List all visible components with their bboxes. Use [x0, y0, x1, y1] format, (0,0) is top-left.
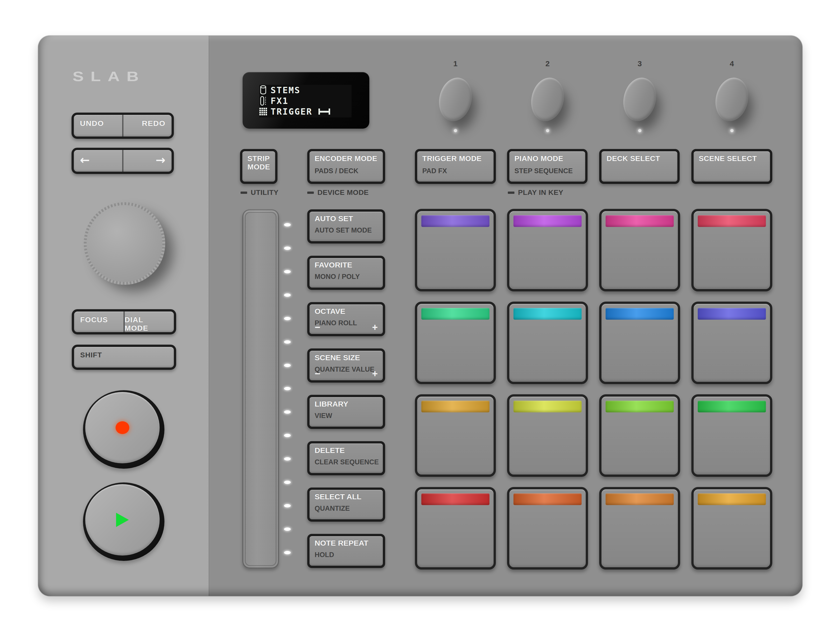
dial-mode-label: DIAL MODE	[125, 315, 168, 333]
strip-led	[284, 340, 291, 344]
strip-mode-label: STRIP MODE	[248, 154, 272, 171]
pad-r1c3[interactable]	[599, 209, 680, 291]
pad-color-strip	[421, 493, 489, 505]
strip-mode-button[interactable]: STRIP MODE	[240, 149, 278, 184]
pad-r4c4[interactable]	[692, 487, 772, 570]
pad-r3c4[interactable]	[692, 394, 772, 477]
pad-r2c3[interactable]	[599, 302, 680, 384]
touch-strip[interactable]	[242, 209, 279, 568]
deck-select-button[interactable]: DECK SELECT	[599, 149, 680, 184]
scene-select-label: SCENE SELECT	[699, 154, 757, 163]
display-screen: STEMS FX1 TRIGGER	[243, 72, 369, 128]
display-line1-text: STEMS	[271, 85, 300, 95]
pad-grid-icon	[259, 108, 268, 116]
pad-color-strip	[698, 401, 766, 412]
encoder-group-2: 2	[522, 59, 573, 132]
strip-led	[284, 527, 291, 531]
play-button-face	[85, 484, 159, 556]
library-button[interactable]: LIBRARY VIEW	[307, 395, 385, 429]
browse-dial[interactable]	[84, 202, 165, 285]
scene-select-button[interactable]: SCENE SELECT	[692, 149, 772, 184]
minus-label: −	[314, 368, 320, 379]
piano-mode-button[interactable]: PIANO MODE STEP SEQUENCE	[507, 149, 587, 184]
play-in-key-label: PLAY IN KEY	[508, 188, 563, 197]
delete-button[interactable]: DELETE CLEAR SEQUENCE	[307, 441, 385, 475]
pad-r2c4[interactable]	[692, 302, 772, 384]
redo-button[interactable]: REDO	[123, 115, 172, 136]
knob-number-2: 2	[522, 59, 573, 68]
undo-button[interactable]: UNDO	[74, 115, 122, 136]
pad-color-strip	[606, 215, 674, 227]
knob-led-3	[638, 129, 641, 132]
select-all-button[interactable]: SELECT ALL QUANTIZE	[307, 488, 385, 522]
strip-led	[284, 551, 291, 554]
pad-r1c2[interactable]	[507, 209, 588, 291]
arrow-left-icon: ←	[80, 153, 90, 166]
minus-label: −	[314, 322, 320, 333]
navigate-buttons: ← →	[71, 148, 174, 174]
knob-led-2	[546, 129, 549, 132]
trigger-mode-label: TRIGGER MODE	[422, 154, 482, 163]
fader-icon	[259, 96, 268, 106]
dial-face	[87, 205, 163, 282]
pad-r3c3[interactable]	[599, 394, 680, 477]
shift-label: SHIFT	[80, 351, 102, 359]
pad-color-strip	[513, 215, 582, 227]
pad-color-strip	[606, 308, 674, 320]
dash-icon	[508, 192, 515, 194]
knob-number-3: 3	[614, 59, 665, 68]
play-button[interactable]	[83, 483, 164, 561]
encoder-knob-1[interactable]	[435, 74, 475, 124]
display-line-stems: STEMS	[259, 85, 352, 95]
pad-r4c1[interactable]	[415, 487, 496, 570]
note-repeat-button[interactable]: NOTE REPEAT HOLD	[307, 534, 385, 568]
dial-mode-button[interactable]: DIAL MODE	[125, 312, 174, 332]
pad-r2c2[interactable]	[507, 302, 588, 384]
encoder-group-1: 1	[430, 59, 481, 132]
pad-r2c1[interactable]	[415, 302, 496, 384]
strip-led	[284, 364, 291, 367]
encoder-mode-label: ENCODER MODE	[314, 154, 377, 163]
undo-redo-buttons: UNDO REDO	[71, 112, 174, 139]
trigger-mode-button[interactable]: TRIGGER MODE PAD FX	[415, 149, 496, 184]
focus-label: FOCUS	[80, 315, 108, 324]
arrow-right-icon: →	[156, 153, 166, 166]
strip-led-column	[284, 223, 291, 554]
pad-color-strip	[513, 401, 582, 412]
pad-r3c2[interactable]	[507, 394, 588, 477]
pad-r4c3[interactable]	[599, 487, 680, 570]
strip-led	[284, 481, 291, 484]
strip-led	[284, 293, 291, 297]
pad-r3c1[interactable]	[415, 394, 496, 477]
record-button[interactable]	[83, 390, 164, 469]
display-screen-area: STEMS FX1 TRIGGER	[259, 85, 352, 117]
knob-number-1: 1	[430, 59, 481, 68]
pad-r1c4[interactable]	[692, 209, 772, 291]
dash-icon	[307, 192, 314, 194]
pad-r4c2[interactable]	[507, 487, 588, 570]
octave-button[interactable]: OCTAVE PIANO ROLL − +	[307, 302, 385, 336]
record-icon	[115, 421, 129, 434]
shift-button[interactable]: SHIFT	[72, 345, 176, 370]
encoder-knob-3[interactable]	[619, 74, 660, 124]
strip-led	[284, 247, 291, 250]
play-icon	[116, 513, 129, 527]
device-mode-label: DEVICE MODE	[307, 188, 369, 197]
encoder-knob-2[interactable]	[527, 74, 568, 124]
auto-set-button[interactable]: AUTO SET AUTO SET MODE	[307, 209, 385, 244]
favorite-button[interactable]: FAVORITE MONO / POLY	[307, 256, 385, 290]
pad-r1c1[interactable]	[415, 209, 496, 291]
encoder-knob-4[interactable]	[711, 74, 752, 124]
scene-size-button[interactable]: SCENE SIZE QUANTIZE VALUE − +	[307, 348, 385, 383]
pad-color-strip	[421, 215, 489, 227]
strip-led	[284, 410, 291, 414]
trigger-mode-sublabel: PAD FX	[422, 167, 447, 175]
pad-color-strip	[606, 493, 674, 505]
arrow-right-button[interactable]: →	[123, 150, 172, 172]
pad-color-strip	[421, 308, 489, 320]
arrow-left-button[interactable]: ←	[74, 150, 122, 172]
encoder-mode-button[interactable]: ENCODER MODE PADS / DECK	[307, 149, 385, 184]
knob-led-4	[730, 129, 734, 132]
encoder-group-3: 3	[614, 59, 665, 132]
focus-button[interactable]: FOCUS	[74, 312, 123, 332]
